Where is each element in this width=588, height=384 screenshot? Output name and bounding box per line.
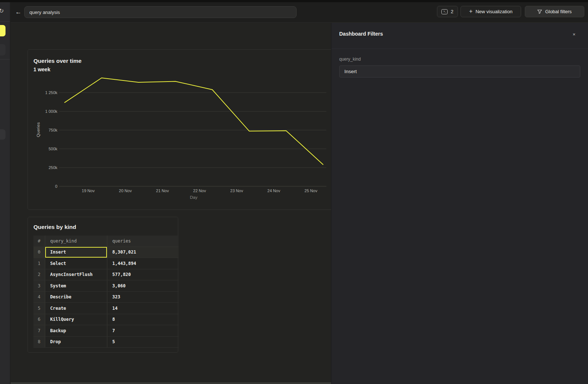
x-axis-tick: 24 Nov: [268, 189, 280, 193]
queries-value-cell[interactable]: 8,307,021: [107, 247, 179, 258]
table-title: Queries by kind: [33, 224, 76, 230]
row-index-cell: 4: [33, 291, 45, 303]
new-visualization-label: New visualization: [476, 9, 512, 14]
panel-divider: [331, 49, 588, 49]
x-axis-tick: 19 Nov: [82, 189, 95, 193]
column-header-index[interactable]: #: [33, 236, 45, 247]
queries-value-cell[interactable]: 5: [107, 336, 179, 348]
table-row: 6KillQuery8: [33, 314, 179, 325]
y-axis-label: Queries: [36, 122, 40, 137]
queries-value-cell[interactable]: 8: [107, 314, 179, 325]
terminal-icon: >_: [441, 9, 448, 14]
queries-value-cell[interactable]: 1,443,894: [107, 258, 179, 269]
sidebar-item-dashboard[interactable]: [0, 129, 6, 140]
top-bar: ← >_ 2 + New visualization Global filter…: [11, 2, 588, 23]
sidebar-divider: [0, 59, 10, 60]
row-index-cell: 2: [33, 269, 45, 280]
console-count: 2: [451, 9, 453, 14]
history-icon[interactable]: ↻: [0, 7, 4, 14]
table-row: 5Create14: [33, 303, 179, 314]
queries-value-cell[interactable]: 577,820: [107, 269, 179, 280]
y-axis-tick: 500k: [49, 147, 57, 151]
global-filters-button[interactable]: Global filters: [525, 6, 584, 17]
y-axis-tick: 1 250k: [45, 90, 58, 95]
x-axis-tick: 20 Nov: [119, 189, 132, 193]
y-axis-tick: 250k: [49, 165, 57, 170]
chart-card-queries-over-time[interactable]: Queries over time 1 week 0250k500k750k1 …: [28, 49, 335, 210]
x-axis-tick: 22 Nov: [193, 189, 206, 193]
x-axis-tick: 23 Nov: [230, 189, 243, 193]
row-index-cell: 7: [33, 325, 45, 337]
x-axis-label: Day: [190, 195, 198, 200]
query-kind-filter-input[interactable]: [339, 65, 580, 78]
new-visualization-button[interactable]: + New visualization: [460, 6, 521, 17]
sql-console-button[interactable]: >_ 2: [437, 6, 458, 17]
queries-value-cell[interactable]: 7: [107, 325, 179, 337]
y-axis-tick: 750k: [49, 128, 57, 132]
table-card-queries-by-kind[interactable]: Queries by kind #query_kindqueries0Inser…: [28, 217, 178, 353]
queries-value-cell[interactable]: 3,060: [107, 280, 179, 292]
back-button[interactable]: ←: [14, 8, 22, 17]
row-index-cell: 3: [33, 280, 45, 292]
left-sidebar: ↻: [0, 2, 10, 384]
sidebar-item-dashboard[interactable]: [0, 44, 6, 55]
table-row: 4Describe323: [33, 291, 179, 303]
dashboard-title-input[interactable]: [24, 6, 297, 18]
row-index-cell: 1: [33, 258, 45, 269]
row-index-cell: 0: [33, 247, 45, 258]
filter-field-label: query_kind: [339, 57, 361, 62]
table-row: 3System3,060: [33, 280, 179, 292]
query-kind-cell[interactable]: Create: [45, 303, 107, 314]
query-kind-cell[interactable]: Describe: [45, 291, 107, 303]
x-axis-tick: 25 Nov: [305, 189, 318, 193]
row-index-cell: 5: [33, 303, 45, 314]
bottom-drawer-edge[interactable]: [11, 383, 331, 384]
queries-over-time-line-chart[interactable]: 0250k500k750k1 000k1 250k19 Nov20 Nov21 …: [28, 50, 335, 209]
table-row: 0Insert8,307,021: [33, 247, 179, 258]
table-row: 7Backup7: [33, 325, 179, 337]
column-header-query_kind[interactable]: query_kind: [45, 236, 107, 247]
query-kind-cell[interactable]: Backup: [45, 325, 107, 337]
query-kind-cell[interactable]: Drop: [45, 336, 107, 348]
dashboard-canvas: Queries over time 1 week 0250k500k750k1 …: [11, 23, 331, 384]
y-axis-tick: 1 000k: [45, 109, 58, 114]
global-filters-label: Global filters: [545, 9, 571, 14]
table-row: 2AsyncInsertFlush577,820: [33, 269, 179, 280]
sidebar-item-active-dashboard[interactable]: [0, 25, 6, 36]
y-axis-tick: 0: [55, 184, 57, 189]
query-kind-cell[interactable]: Insert: [45, 247, 107, 258]
query-kind-cell[interactable]: Select: [45, 258, 107, 269]
table-header-row: #query_kindqueries: [33, 236, 179, 247]
row-index-cell: 8: [33, 336, 45, 348]
close-icon[interactable]: ×: [570, 31, 578, 38]
query-kind-cell[interactable]: AsyncInsertFlush: [45, 269, 107, 280]
series-line-queries[interactable]: [65, 78, 323, 165]
funnel-icon: [537, 10, 542, 14]
query-kind-cell[interactable]: KillQuery: [45, 314, 107, 325]
x-axis-tick: 21 Nov: [156, 189, 169, 193]
queries-value-cell[interactable]: 14: [107, 303, 179, 314]
table-row: 8Drop5: [33, 336, 179, 348]
row-index-cell: 6: [33, 314, 45, 325]
column-header-queries[interactable]: queries: [107, 236, 179, 247]
table-row: 1Select1,443,894: [33, 258, 179, 269]
queries-by-kind-table: #query_kindqueries0Insert8,307,0211Selec…: [33, 236, 179, 348]
query-kind-cell[interactable]: System: [45, 280, 107, 292]
filters-panel-title: Dashboard Filters: [339, 31, 383, 37]
sidebar-divider: [0, 21, 10, 22]
dashboard-filters-panel: Dashboard Filters × query_kind: [331, 23, 588, 384]
queries-value-cell[interactable]: 323: [107, 291, 179, 303]
plus-icon: +: [469, 8, 473, 15]
